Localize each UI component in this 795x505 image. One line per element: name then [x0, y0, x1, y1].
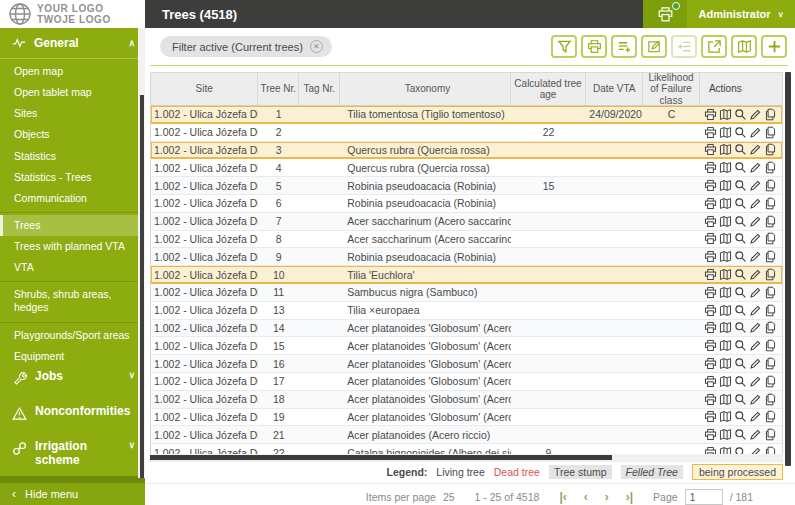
column-header-tree-nr-[interactable]: Tree Nr. [258, 73, 299, 105]
action-pencil-icon[interactable] [749, 357, 762, 370]
action-zoom-icon[interactable] [734, 304, 747, 317]
action-copy-icon[interactable] [764, 393, 777, 406]
action-copy-icon[interactable] [764, 410, 777, 423]
table-row[interactable]: 1.002 - Ulica Józefa Dietla7Acer sacchar… [151, 213, 782, 231]
action-copy-icon[interactable] [764, 375, 777, 388]
action-zoom-icon[interactable] [734, 286, 747, 299]
table-row[interactable]: 1.002 - Ulica Józefa Dietla3Quercus rubr… [151, 142, 782, 160]
first-page-button[interactable]: |‹ [559, 490, 566, 504]
toolbar-edit-icon[interactable] [641, 35, 667, 58]
page-input[interactable] [685, 489, 723, 505]
action-print-icon[interactable] [704, 268, 717, 281]
action-print-icon[interactable] [704, 428, 717, 441]
previous-page-button[interactable]: ‹ [584, 490, 588, 504]
action-zoom-icon[interactable] [734, 161, 747, 174]
action-copy-icon[interactable] [764, 321, 777, 334]
toolbar-filter-icon[interactable] [551, 35, 577, 58]
action-copy-icon[interactable] [764, 143, 777, 156]
table-row[interactable]: 1.002 - Ulica Józefa Dietla6Robinia pseu… [151, 195, 782, 213]
toolbar-add-row-icon[interactable] [611, 35, 637, 58]
table-row[interactable]: 1.002 - Ulica Józefa Dietla10Tilia 'Euch… [151, 266, 782, 284]
toolbar-export-icon[interactable] [701, 35, 727, 58]
action-copy-icon[interactable] [764, 108, 777, 121]
action-copy-icon[interactable] [764, 161, 777, 174]
sidebar-item-playgrounds-sport-areas[interactable]: Playgrounds/Sport areas [0, 325, 138, 346]
action-map-icon[interactable] [719, 393, 732, 406]
action-copy-icon[interactable] [764, 428, 777, 441]
sidebar-item-equipment[interactable]: Equipment [0, 346, 138, 363]
action-map-icon[interactable] [719, 410, 732, 423]
action-map-icon[interactable] [719, 215, 732, 228]
action-map-icon[interactable] [719, 375, 732, 388]
action-print-icon[interactable] [704, 339, 717, 352]
remove-filter-icon[interactable]: ✕ [310, 40, 323, 53]
action-zoom-icon[interactable] [734, 357, 747, 370]
table-row[interactable]: 1.002 - Ulica Józefa Dietla5Robinia pseu… [151, 177, 782, 195]
action-zoom-icon[interactable] [734, 108, 747, 121]
action-map-icon[interactable] [719, 232, 732, 245]
action-print-icon[interactable] [704, 143, 717, 156]
action-map-icon[interactable] [719, 286, 732, 299]
sidebar-item-communication[interactable]: Communication [0, 188, 138, 209]
action-map-icon[interactable] [719, 108, 732, 121]
action-copy-icon[interactable] [764, 268, 777, 281]
column-header-taxonomy[interactable]: Taxonomy [340, 73, 510, 105]
column-header-calculated-tree-age[interactable]: Calculated tree age [511, 73, 587, 105]
sidebar-item-sites[interactable]: Sites [0, 103, 138, 124]
horizontal-scrollbar-thumb[interactable] [150, 455, 612, 460]
action-zoom-icon[interactable] [734, 393, 747, 406]
action-copy-icon[interactable] [764, 197, 777, 210]
sidebar-section-irrigation-scheme[interactable]: Irrigation scheme∨ [0, 432, 145, 476]
action-print-icon[interactable] [704, 179, 717, 192]
action-copy-icon[interactable] [764, 250, 777, 263]
action-print-icon[interactable] [704, 250, 717, 263]
toolbar-plus-icon[interactable] [761, 35, 787, 58]
action-zoom-icon[interactable] [734, 197, 747, 210]
action-zoom-icon[interactable] [734, 232, 747, 245]
action-pencil-icon[interactable] [749, 143, 762, 156]
action-pencil-icon[interactable] [749, 286, 762, 299]
sidebar-scrollbar-thumb[interactable] [140, 95, 144, 478]
action-print-icon[interactable] [704, 161, 717, 174]
action-print-icon[interactable] [704, 304, 717, 317]
table-row[interactable]: 1.002 - Ulica Józefa Dietla16Acer platan… [151, 355, 782, 373]
items-per-page-value[interactable]: 25 [443, 491, 455, 503]
action-print-icon[interactable] [704, 357, 717, 370]
action-pencil-icon[interactable] [749, 321, 762, 334]
table-row[interactable]: 1.002 - Ulica Józefa Dietla11Sambucus ni… [151, 284, 782, 302]
sidebar-section-nonconformities[interactable]: Nonconformities∨ [0, 397, 145, 432]
action-map-icon[interactable] [719, 126, 732, 139]
action-map-icon[interactable] [719, 268, 732, 281]
action-print-icon[interactable] [704, 286, 717, 299]
last-page-button[interactable]: ›| [626, 490, 633, 504]
action-zoom-icon[interactable] [734, 126, 747, 139]
action-print-icon[interactable] [704, 321, 717, 334]
table-row[interactable]: 1.002 - Ulica Józefa Dietla18Acer platan… [151, 391, 782, 409]
action-print-icon[interactable] [704, 410, 717, 423]
header-print-button[interactable] [643, 0, 687, 28]
user-menu-button[interactable]: Administrator ∨ [687, 0, 795, 28]
table-row[interactable]: 1.002 - Ulica Józefa Dietla222 [151, 124, 782, 142]
table-row[interactable]: 1.002 - Ulica Józefa Dietla15Acer platan… [151, 337, 782, 355]
active-filter-chip[interactable]: Filter active (Current trees) ✕ [160, 36, 332, 57]
column-header-actions[interactable]: Actions [700, 73, 782, 105]
action-copy-icon[interactable] [764, 232, 777, 245]
table-row[interactable]: 1.002 - Ulica Józefa Dietla8Acer sacchar… [151, 231, 782, 249]
action-print-icon[interactable] [704, 215, 717, 228]
next-page-button[interactable]: › [605, 490, 609, 504]
action-pencil-icon[interactable] [749, 410, 762, 423]
sidebar-section-general[interactable]: General ∧ [0, 28, 145, 59]
column-header-site[interactable]: Site [151, 73, 258, 105]
sidebar-item-open-map[interactable]: Open map [0, 61, 138, 82]
action-copy-icon[interactable] [764, 286, 777, 299]
sidebar-item-trees-with-planned-vta[interactable]: Trees with planned VTA [0, 236, 138, 257]
action-pencil-icon[interactable] [749, 393, 762, 406]
vertical-scrollbar[interactable] [785, 72, 791, 466]
action-pencil-icon[interactable] [749, 161, 762, 174]
sidebar-item-statistics[interactable]: Statistics [0, 146, 138, 167]
action-pencil-icon[interactable] [749, 197, 762, 210]
column-header-tag-nr-[interactable]: Tag Nr. [299, 73, 340, 105]
column-header-date-vta[interactable]: Date VTA [586, 73, 643, 105]
action-copy-icon[interactable] [764, 126, 777, 139]
action-zoom-icon[interactable] [734, 179, 747, 192]
